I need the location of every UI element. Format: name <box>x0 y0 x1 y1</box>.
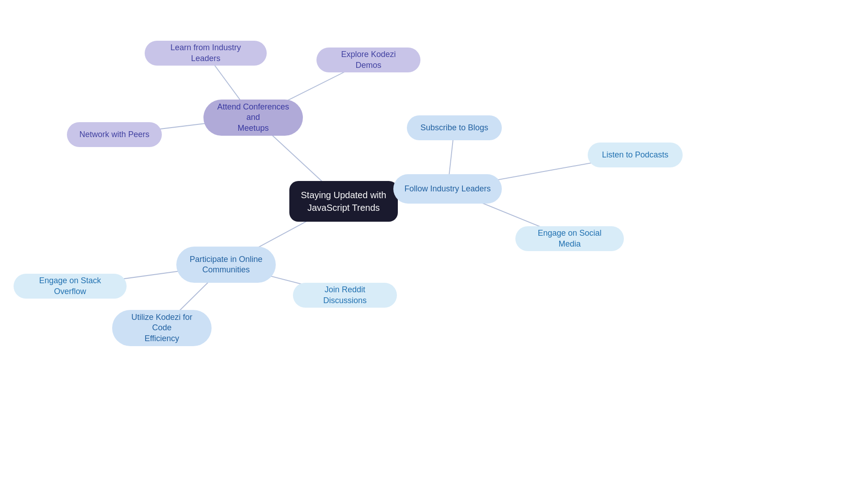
network-peers-node: Network with Peers <box>67 122 162 147</box>
mind-map: Staying Updated withJavaScript TrendsAtt… <box>0 0 868 490</box>
subscribe-blogs-node: Subscribe to Blogs <box>407 115 502 140</box>
follow-industry-node: Follow Industry Leaders <box>393 174 502 204</box>
explore-kodezi-node: Explore Kodezi Demos <box>316 48 420 72</box>
join-reddit-node: Join Reddit Discussions <box>293 283 397 308</box>
engage-stackoverflow-node: Engage on Stack Overflow <box>14 274 127 299</box>
listen-podcasts-node: Listen to Podcasts <box>588 143 683 167</box>
participate-online-node: Participate in OnlineCommunities <box>176 247 276 283</box>
engage-social-node: Engage on Social Media <box>515 226 624 251</box>
learn-industry-node: Learn from Industry Leaders <box>145 41 267 66</box>
utilize-kodezi-node: Utilize Kodezi for CodeEfficiency <box>112 310 212 346</box>
center-node: Staying Updated withJavaScript Trends <box>289 181 398 222</box>
attend-conferences-node: Attend Conferences andMeetups <box>203 100 303 136</box>
connections-svg <box>0 0 868 490</box>
